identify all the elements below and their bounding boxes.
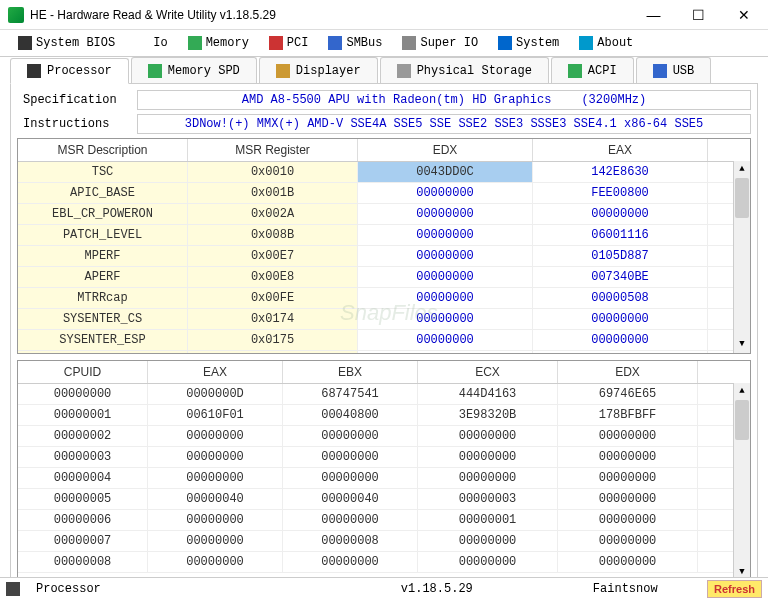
cpuid-eax: 00000000	[148, 468, 283, 488]
tab-label: Physical Storage	[417, 64, 532, 78]
scroll-thumb[interactable]	[735, 400, 749, 440]
msr-header[interactable]: MSR Description	[18, 139, 188, 161]
msr-desc: SYSENTER_EIP	[18, 351, 188, 354]
cpuid-row[interactable]: 0000000300000000000000000000000000000000	[18, 447, 750, 468]
msr-reg: 0x0010	[188, 162, 358, 182]
mem-icon	[148, 64, 162, 78]
msr-row[interactable]: TSC0x00100043DD0C142E8630	[18, 162, 750, 183]
toolbar-system-bios[interactable]: System BIOS	[10, 32, 123, 54]
msr-header[interactable]: EDX	[358, 139, 533, 161]
tab-label: Processor	[47, 64, 112, 78]
toolbar-smbus[interactable]: SMBus	[320, 32, 390, 54]
tab-acpi[interactable]: ACPI	[551, 57, 634, 83]
cpuid-ecx: 444D4163	[418, 384, 558, 404]
msr-scrollbar[interactable]: ▲ ▼	[733, 161, 750, 353]
tab-usb[interactable]: USB	[636, 57, 712, 83]
msr-eax: 142E8630	[533, 162, 708, 182]
msr-row[interactable]: MTRRcap0x00FE0000000000000508	[18, 288, 750, 309]
tab-label: USB	[673, 64, 695, 78]
stor-icon	[397, 64, 411, 78]
maximize-button[interactable]: ☐	[676, 1, 721, 29]
cpuid-ecx: 00000001	[418, 510, 558, 530]
msr-row[interactable]: MPERF0x00E7000000000105D887	[18, 246, 750, 267]
toolbar-super-io[interactable]: Super IO	[394, 32, 486, 54]
msr-reg: 0x002A	[188, 204, 358, 224]
msr-row[interactable]: PATCH_LEVEL0x008B0000000006001116	[18, 225, 750, 246]
scroll-up-icon[interactable]: ▲	[734, 383, 750, 400]
msr-row[interactable]: EBL_CR_POWERON0x002A0000000000000000	[18, 204, 750, 225]
cpuid-eax: 00000000	[148, 447, 283, 467]
minimize-button[interactable]: —	[631, 1, 676, 29]
msr-row[interactable]: SYSENTER_CS0x01740000000000000000	[18, 309, 750, 330]
toolbar-label: System BIOS	[36, 36, 115, 50]
msr-row[interactable]: SYSENTER_ESP0x01750000000000000000	[18, 330, 750, 351]
msr-desc: TSC	[18, 162, 188, 182]
cpuid-row[interactable]: 0000000500000040000000400000000300000000	[18, 489, 750, 510]
cpuid-edx: 00000000	[558, 531, 698, 551]
msr-reg: 0x00E7	[188, 246, 358, 266]
toolbar-label: Memory	[206, 36, 249, 50]
msr-row[interactable]: SYSENTER_EIP0x01760000000000000000	[18, 351, 750, 354]
mem-icon	[188, 36, 202, 50]
tab-memory-spd[interactable]: Memory SPD	[131, 57, 257, 83]
status-version: v1.18.5.29	[391, 582, 483, 596]
msr-reg: 0x0174	[188, 309, 358, 329]
sys-icon	[498, 36, 512, 50]
cpuid-ecx: 00000003	[418, 489, 558, 509]
tab-processor[interactable]: Processor	[10, 58, 129, 84]
cpuid-header[interactable]: EBX	[283, 361, 418, 383]
scroll-thumb[interactable]	[735, 178, 749, 218]
tab-label: ACPI	[588, 64, 617, 78]
cpuid-ebx: 00000000	[283, 447, 418, 467]
spec-value: AMD A8-5500 APU with Radeon(tm) HD Graph…	[137, 90, 751, 110]
cpuid-row[interactable]: 000000000000000D68747541444D416369746E65	[18, 384, 750, 405]
cpuid-row[interactable]: 0000000600000000000000000000000100000000	[18, 510, 750, 531]
cpuid-row[interactable]: 0000000400000000000000000000000000000000	[18, 468, 750, 489]
msr-desc: APERF	[18, 267, 188, 287]
msr-desc: MTRRcap	[18, 288, 188, 308]
cpuid-eax: 00610F01	[148, 405, 283, 425]
msr-header[interactable]: MSR Register	[188, 139, 358, 161]
cpuid-ebx: 00000000	[283, 510, 418, 530]
msr-row[interactable]: APERF0x00E800000000007340BE	[18, 267, 750, 288]
cpuid-scrollbar[interactable]: ▲ ▼	[733, 383, 750, 581]
refresh-button[interactable]: Refresh	[707, 580, 762, 598]
tab-displayer[interactable]: Displayer	[259, 57, 378, 83]
msr-reg: 0x00FE	[188, 288, 358, 308]
cpuid-c: 00000007	[18, 531, 148, 551]
cpuid-row[interactable]: 0000000100610F01000408003E98320B178BFBFF	[18, 405, 750, 426]
window-title: HE - Hardware Read & Write Utility v1.18…	[30, 8, 631, 22]
pci-icon	[269, 36, 283, 50]
cpuid-ecx: 00000000	[418, 426, 558, 446]
toolbar-about[interactable]: About	[571, 32, 641, 54]
msr-header[interactable]: EAX	[533, 139, 708, 161]
toolbar-label: System	[516, 36, 559, 50]
toolbar-pci[interactable]: PCI	[261, 32, 317, 54]
cpuid-ebx: 68747541	[283, 384, 418, 404]
status-left: Processor	[26, 582, 111, 596]
cpuid-edx: 00000000	[558, 510, 698, 530]
cpuid-c: 00000005	[18, 489, 148, 509]
cpuid-row[interactable]: 0000000800000000000000000000000000000000	[18, 552, 750, 573]
cpuid-eax: 00000000	[148, 531, 283, 551]
scroll-down-icon[interactable]: ▼	[734, 336, 750, 353]
msr-row[interactable]: APIC_BASE0x001B00000000FEE00800	[18, 183, 750, 204]
cpuid-header[interactable]: ECX	[418, 361, 558, 383]
tab-label: Displayer	[296, 64, 361, 78]
cpuid-header[interactable]: EDX	[558, 361, 698, 383]
close-button[interactable]: ✕	[721, 1, 766, 29]
toolbar-system[interactable]: System	[490, 32, 567, 54]
cpuid-ecx: 00000000	[418, 447, 558, 467]
cpuid-row[interactable]: 0000000700000000000000080000000000000000	[18, 531, 750, 552]
msr-eax: 06001116	[533, 225, 708, 245]
sio-icon	[402, 36, 416, 50]
tab-physical-storage[interactable]: Physical Storage	[380, 57, 549, 83]
toolbar-memory[interactable]: Memory	[180, 32, 257, 54]
toolbar-io[interactable]: Io	[127, 32, 175, 54]
app-icon	[8, 7, 24, 23]
cpuid-header[interactable]: EAX	[148, 361, 283, 383]
scroll-up-icon[interactable]: ▲	[734, 161, 750, 178]
cpuid-row[interactable]: 0000000200000000000000000000000000000000	[18, 426, 750, 447]
cpuid-header[interactable]: CPUID	[18, 361, 148, 383]
cpuid-ecx: 00000000	[418, 531, 558, 551]
